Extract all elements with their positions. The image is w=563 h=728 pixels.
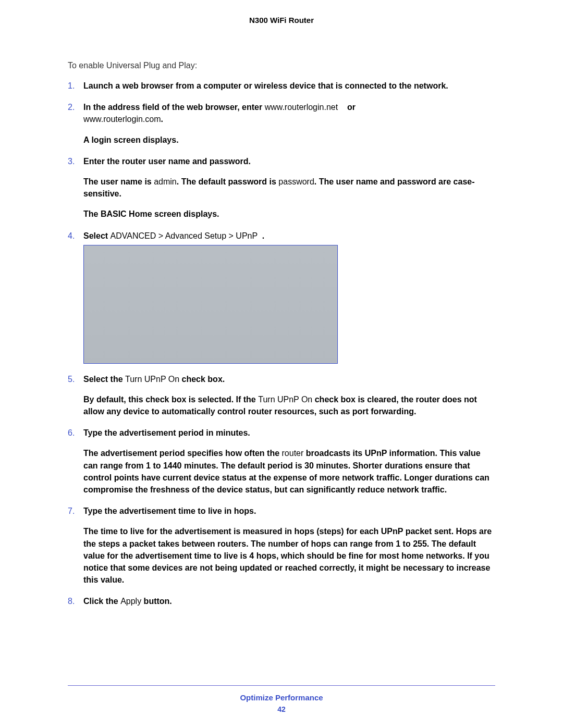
step-2: 2. In the address field of the web brows…	[68, 101, 495, 146]
document-page: N300 WiFi Router To enable Universal Plu…	[0, 0, 563, 728]
steps-list: 1. Launch a web browser from a computer …	[68, 80, 495, 608]
step-4: 4. Select ADVANCED > Advanced Setup > UP…	[68, 230, 495, 364]
nav-path: ADVANCED > Advanced Setup > UPnP	[111, 231, 258, 240]
checkbox-label: Turn UPnP On	[125, 375, 179, 384]
step-text: Type the advertisement time to live in h…	[83, 507, 256, 515]
step-3: 3. Enter the router user name and passwo…	[68, 155, 495, 220]
step-number: 4.	[68, 230, 75, 242]
period: .	[260, 231, 264, 240]
step-sub-text: By default, this check box is selected. …	[83, 393, 495, 417]
footer-divider	[68, 685, 495, 686]
step-number: 7.	[68, 505, 75, 517]
step-sub-text-2: The BASIC Home screen displays.	[83, 208, 495, 220]
step-number: 8.	[68, 595, 75, 607]
step-8: 8. Click the Apply button.	[68, 595, 495, 607]
url-text-2: www.routerlogin.com	[83, 115, 161, 124]
step-text: Launch a web browser from a computer or …	[83, 81, 448, 90]
period: .	[161, 115, 163, 124]
step-text-pre: Click the	[83, 597, 120, 606]
step-number: 2.	[68, 101, 75, 113]
intro-text: To enable Universal Plug and Play:	[68, 61, 495, 70]
step-text-bold: Select	[83, 231, 111, 240]
step-number: 3.	[68, 155, 75, 167]
step-text-post: check box.	[179, 375, 225, 384]
footer-page-number: 42	[68, 705, 495, 713]
step-sub-text: The time to live for the advertisement i…	[83, 525, 495, 586]
upnp-screenshot-placeholder	[83, 245, 338, 364]
step-number: 1.	[68, 80, 75, 92]
step-sub-text: The advertisement period specifies how o…	[83, 447, 495, 496]
button-label: Apply	[120, 597, 141, 606]
step-text-bold: In the address field of the web browser,…	[83, 103, 262, 112]
step-sub-text: A login screen displays.	[83, 134, 495, 146]
page-header-title: N300 WiFi Router	[68, 16, 495, 24]
step-text: Type the advertisement period in minutes…	[83, 428, 250, 437]
step-number: 5.	[68, 373, 75, 385]
step-number: 6.	[68, 427, 75, 439]
step-text: Enter the router user name and password.	[83, 157, 251, 166]
or-text: or	[340, 103, 356, 112]
page-footer: Optimize Performance 42	[68, 664, 495, 713]
step-text-post: button.	[141, 597, 172, 606]
step-7: 7. Type the advertisement time to live i…	[68, 505, 495, 586]
url-text: www.routerlogin.net	[265, 103, 338, 112]
step-5: 5. Select the Turn UPnP On check box. By…	[68, 373, 495, 418]
footer-section-title: Optimize Performance	[68, 693, 495, 702]
step-sub-text: The user name is admin. The default pass…	[83, 176, 495, 200]
step-text-pre: Select the	[83, 375, 125, 384]
step-6: 6. Type the advertisement period in minu…	[68, 427, 495, 496]
step-1: 1. Launch a web browser from a computer …	[68, 80, 495, 92]
